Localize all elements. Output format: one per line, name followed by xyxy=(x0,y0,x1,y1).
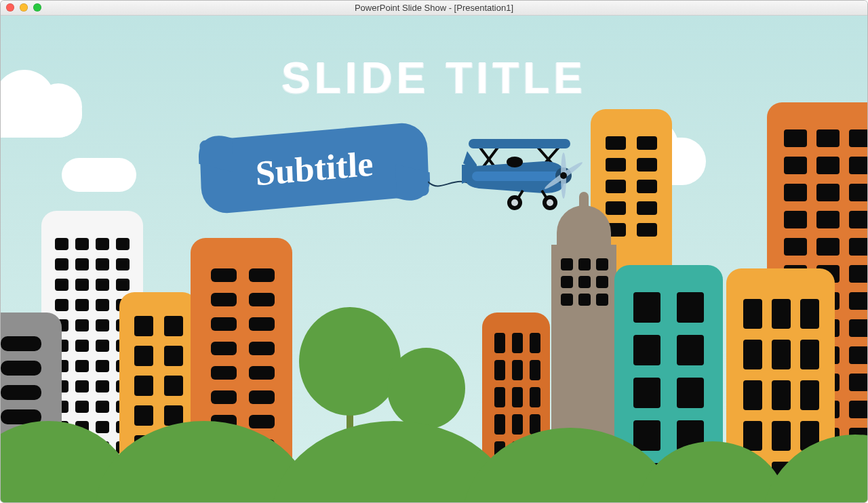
svg-point-16 xyxy=(547,199,553,206)
svg-rect-4 xyxy=(469,139,570,148)
tree-icon xyxy=(387,348,465,429)
subtitle-banner[interactable]: Subtitle xyxy=(199,121,429,216)
building-spire-icon xyxy=(579,192,589,209)
slide-title[interactable]: SLIDE TITLE xyxy=(1,53,867,103)
slide-subtitle: Subtitle xyxy=(255,143,374,193)
close-window-button[interactable] xyxy=(6,3,14,12)
svg-point-6 xyxy=(507,157,523,167)
tree-icon xyxy=(299,307,401,416)
slide-canvas[interactable]: .c1::before{left:30px;top:-30px;width:90… xyxy=(1,16,867,502)
minimize-window-button[interactable] xyxy=(20,3,28,12)
biplane-icon xyxy=(462,131,584,212)
svg-point-10 xyxy=(560,172,567,179)
window-titlebar: PowerPoint Slide Show - [Presentation1] xyxy=(1,1,867,16)
zoom-window-button[interactable] xyxy=(33,3,41,12)
window-traffic-lights xyxy=(6,3,41,12)
cloud-icon xyxy=(62,158,136,192)
app-window: PowerPoint Slide Show - [Presentation1] … xyxy=(0,0,868,503)
window-title: PowerPoint Slide Show - [Presentation1] xyxy=(1,3,867,13)
svg-point-14 xyxy=(511,199,518,206)
